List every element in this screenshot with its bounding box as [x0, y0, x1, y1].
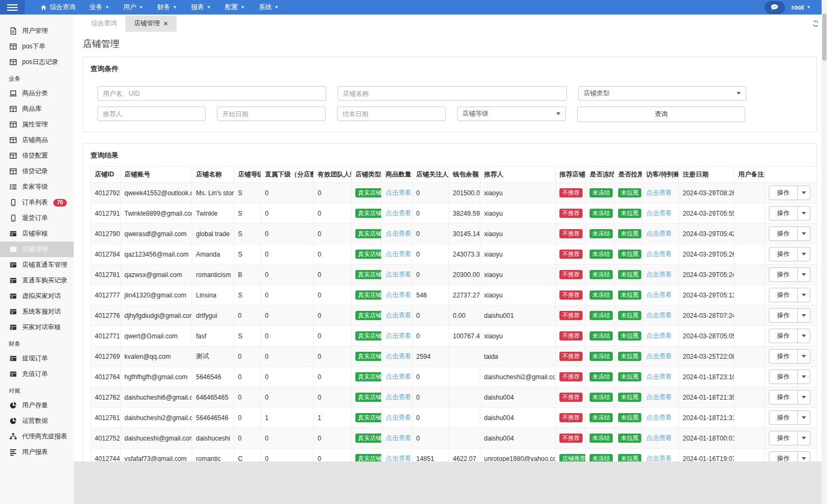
- shop-type-select[interactable]: 店铺类型: [578, 86, 746, 101]
- start-date-input[interactable]: [217, 107, 326, 121]
- visitors-pending-link[interactable]: 点击查看: [646, 209, 672, 217]
- action-button-label[interactable]: 操作: [769, 329, 798, 343]
- action-button-label[interactable]: 操作: [769, 411, 798, 424]
- goods-count-link[interactable]: 点击查看: [386, 434, 411, 442]
- action-dropdown-toggle[interactable]: [798, 227, 810, 240]
- visitors-pending-link[interactable]: 点击查看: [646, 434, 672, 442]
- action-dropdown-toggle[interactable]: [798, 186, 810, 200]
- sidebar-item[interactable]: 店铺商品: [0, 132, 74, 148]
- action-button-label[interactable]: 操作: [769, 391, 798, 404]
- sidebar-item[interactable]: 店铺管理: [0, 242, 74, 257]
- nav-item-2[interactable]: 业务▼: [82, 0, 116, 15]
- action-dropdown-toggle[interactable]: [798, 431, 810, 445]
- action-dropdown-toggle[interactable]: [798, 391, 810, 404]
- action-button[interactable]: 操作: [769, 226, 810, 241]
- sidebar-item[interactable]: 充值订单: [0, 366, 74, 382]
- goods-count-link[interactable]: 点击查看: [386, 352, 411, 360]
- tab-shop-management[interactable]: 店铺管理 ×: [125, 16, 177, 32]
- action-button[interactable]: 操作: [769, 186, 810, 200]
- sidebar-item[interactable]: 运营数据: [0, 413, 74, 429]
- visitors-pending-link[interactable]: 点击查看: [646, 311, 672, 319]
- action-dropdown-toggle[interactable]: [798, 411, 810, 424]
- scrollbar-thumb[interactable]: [822, 13, 826, 61]
- shop-name-input[interactable]: [338, 86, 567, 101]
- action-button-label[interactable]: 操作: [769, 247, 798, 261]
- refresh-button[interactable]: [812, 20, 819, 27]
- action-button-label[interactable]: 操作: [769, 309, 798, 322]
- search-button[interactable]: 查询: [577, 107, 745, 122]
- visitors-pending-link[interactable]: 点击查看: [646, 291, 672, 299]
- sidebar-item[interactable]: 订单列表70: [0, 195, 74, 210]
- sidebar-item[interactable]: 系统客服对话: [0, 304, 74, 320]
- sidebar-item[interactable]: 借贷配置: [0, 148, 74, 164]
- username-uid-input[interactable]: [97, 86, 326, 101]
- goods-count-link[interactable]: 点击查看: [386, 189, 411, 196]
- nav-item-6[interactable]: 配置▼: [218, 0, 252, 15]
- action-button[interactable]: 操作: [769, 410, 810, 425]
- action-button[interactable]: 操作: [769, 390, 810, 404]
- goods-count-link[interactable]: 点击查看: [386, 209, 411, 217]
- sidebar-item[interactable]: 直通车购买记录: [0, 273, 74, 288]
- sidebar-item[interactable]: 用户管理: [0, 23, 74, 39]
- referrer-input[interactable]: [97, 107, 206, 121]
- action-dropdown-toggle[interactable]: [798, 329, 810, 343]
- sidebar-item[interactable]: pos下单: [0, 39, 74, 54]
- sidebar-item[interactable]: 店铺直通车管理: [0, 257, 74, 273]
- visitors-pending-link[interactable]: 点击查看: [646, 455, 672, 462]
- action-button-label[interactable]: 操作: [769, 370, 798, 384]
- action-button[interactable]: 操作: [769, 329, 810, 343]
- action-dropdown-toggle[interactable]: [798, 247, 810, 261]
- nav-item-5[interactable]: 报表▼: [184, 0, 218, 15]
- action-button-label[interactable]: 操作: [769, 227, 798, 240]
- visitors-pending-link[interactable]: 点击查看: [646, 230, 672, 237]
- shop-level-select[interactable]: 店铺等级: [457, 107, 566, 121]
- visitors-pending-link[interactable]: 点击查看: [646, 332, 672, 339]
- sidebar-item[interactable]: 属性管理: [0, 117, 74, 132]
- sidebar-toggle-button[interactable]: [0, 0, 25, 15]
- action-button-label[interactable]: 操作: [769, 350, 798, 363]
- sidebar-item[interactable]: 买家对话审核: [0, 320, 74, 335]
- chat-button[interactable]: [765, 1, 785, 14]
- action-dropdown-toggle[interactable]: [798, 207, 810, 220]
- action-button[interactable]: 操作: [769, 308, 810, 323]
- action-button[interactable]: 操作: [769, 451, 810, 462]
- tab-summary-query[interactable]: 综合查询: [82, 16, 125, 32]
- nav-item-4[interactable]: 财务▼: [150, 0, 184, 15]
- action-dropdown-toggle[interactable]: [798, 350, 810, 363]
- action-button-label[interactable]: 操作: [769, 207, 798, 220]
- action-dropdown-toggle[interactable]: [798, 268, 810, 281]
- action-button[interactable]: 操作: [769, 206, 810, 221]
- action-button[interactable]: 操作: [769, 349, 810, 364]
- action-button-label[interactable]: 操作: [769, 268, 798, 281]
- visitors-pending-link[interactable]: 点击查看: [646, 271, 672, 278]
- sidebar-item[interactable]: 店铺审核: [0, 226, 74, 242]
- action-button-label[interactable]: 操作: [769, 431, 798, 445]
- action-dropdown-toggle[interactable]: [798, 370, 810, 384]
- visitors-pending-link[interactable]: 点击查看: [646, 352, 672, 360]
- nav-item-3[interactable]: 用户▼: [116, 0, 150, 15]
- action-button[interactable]: 操作: [769, 247, 810, 261]
- action-dropdown-toggle[interactable]: [798, 452, 810, 462]
- action-dropdown-toggle[interactable]: [798, 309, 810, 322]
- goods-count-link[interactable]: 点击查看: [386, 271, 411, 278]
- sidebar-item[interactable]: 用户存量: [0, 397, 74, 413]
- visitors-pending-link[interactable]: 点击查看: [646, 189, 672, 196]
- sidebar-item[interactable]: 提现订单: [0, 351, 74, 366]
- action-button[interactable]: 操作: [769, 370, 810, 384]
- sidebar-item[interactable]: 借贷记录: [0, 164, 74, 179]
- user-menu[interactable]: root ▼: [791, 4, 811, 11]
- action-button[interactable]: 操作: [769, 267, 810, 282]
- goods-count-link[interactable]: 点击查看: [386, 414, 411, 421]
- visitors-pending-link[interactable]: 点击查看: [646, 373, 672, 380]
- goods-count-link[interactable]: 点击查看: [386, 250, 411, 258]
- goods-count-link[interactable]: 点击查看: [386, 455, 411, 462]
- sidebar-item[interactable]: 代理商充提报表: [0, 429, 74, 444]
- action-button-label[interactable]: 操作: [769, 186, 798, 200]
- nav-item-1[interactable]: 综合查询: [33, 0, 82, 15]
- close-icon[interactable]: ×: [164, 21, 168, 26]
- visitors-pending-link[interactable]: 点击查看: [646, 414, 672, 421]
- goods-count-link[interactable]: 点击查看: [386, 332, 411, 339]
- sidebar-item[interactable]: 商品分类: [0, 86, 74, 101]
- end-date-input[interactable]: [337, 107, 446, 121]
- action-button[interactable]: 操作: [769, 288, 810, 302]
